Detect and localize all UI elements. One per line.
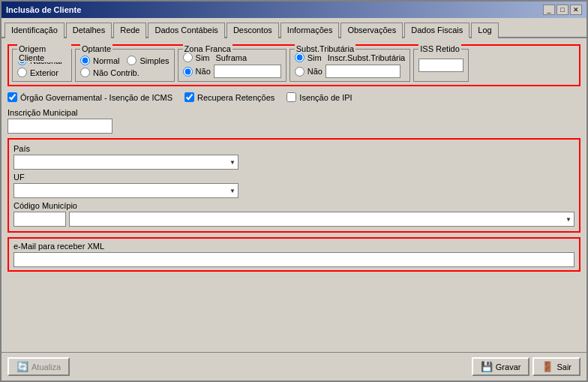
subst-nao-label[interactable]: Não bbox=[308, 67, 322, 76]
orgao-gov-checkbox[interactable] bbox=[8, 92, 17, 102]
email-input[interactable] bbox=[14, 252, 574, 267]
bottom-bar: 🔄 Atualiza 💾 Gravar 🚪 Sair bbox=[2, 352, 586, 380]
top-section: Origem Cliente Nacional Exterior Optante bbox=[8, 44, 580, 86]
checkboxes-row: Órgão Governamental - Isenção de ICMS Re… bbox=[8, 91, 580, 104]
window-controls: _ □ ✕ bbox=[543, 5, 582, 15]
tab-dados-fiscais[interactable]: Dados Fiscais bbox=[404, 23, 470, 38]
gravar-button[interactable]: 💾 Gravar bbox=[472, 357, 530, 376]
subst-tributaria-label: Subst.Tributária bbox=[295, 44, 356, 53]
subst-sim-row: Sim Inscr.Subst.Tributária bbox=[295, 53, 405, 62]
tab-identificacao[interactable]: Identificação bbox=[4, 23, 64, 38]
subst-sim-radio[interactable] bbox=[295, 53, 304, 62]
email-section: e-Mail para receber XML bbox=[8, 237, 580, 272]
optante-naocontrib-radio[interactable] bbox=[80, 68, 90, 77]
municipio-code-input[interactable] bbox=[14, 212, 66, 227]
optante-simples-row: Simples bbox=[127, 56, 169, 65]
iss-input-container bbox=[418, 59, 464, 72]
origem-exterior-label[interactable]: Exterior bbox=[30, 68, 58, 77]
zona-franca-options: Sim Suframa Não bbox=[183, 53, 281, 78]
iss-retido-group: ISS Retido bbox=[413, 49, 469, 82]
recupera-ret-label[interactable]: Recupera Retenções bbox=[197, 93, 274, 102]
zona-sim-row: Sim Suframa bbox=[183, 53, 281, 62]
optante-label: Optante bbox=[80, 44, 112, 53]
municipio-label: Código Município bbox=[14, 201, 574, 210]
optante-simples-label[interactable]: Simples bbox=[140, 56, 169, 65]
pais-select-wrapper bbox=[14, 155, 238, 170]
iss-retido-label: ISS Retido bbox=[418, 44, 461, 53]
recupera-ret-item: Recupera Retenções bbox=[184, 92, 274, 102]
main-window: Inclusão de Cliente _ □ ✕ Identificação … bbox=[0, 0, 588, 382]
title-bar: Inclusão de Cliente _ □ ✕ bbox=[2, 2, 586, 18]
subst-nao-row: Não bbox=[295, 65, 405, 78]
uf-label: UF bbox=[14, 173, 574, 182]
optante-row1: Normal Simples bbox=[80, 56, 170, 65]
optante-normal-label[interactable]: Normal bbox=[93, 56, 119, 65]
zona-nao-label[interactable]: Não bbox=[196, 67, 211, 76]
iss-retido-input[interactable] bbox=[418, 59, 464, 72]
zona-nao-radio[interactable] bbox=[183, 67, 193, 77]
zona-sim-label[interactable]: Sim bbox=[196, 53, 210, 62]
email-label: e-Mail para receber XML bbox=[14, 242, 574, 251]
right-buttons: 💾 Gravar 🚪 Sair bbox=[472, 357, 580, 376]
uf-group: UF bbox=[14, 173, 574, 198]
subst-nao-radio[interactable] bbox=[295, 67, 304, 77]
gravar-label: Gravar bbox=[496, 362, 521, 371]
tab-log[interactable]: Log bbox=[471, 23, 498, 38]
municipio-group: Código Município bbox=[14, 201, 574, 227]
tab-observacoes[interactable]: Observações bbox=[340, 23, 403, 38]
optante-normal-row: Normal bbox=[80, 56, 119, 65]
tab-descontos[interactable]: Descontos bbox=[226, 23, 279, 38]
optante-normal-radio[interactable] bbox=[80, 56, 90, 65]
municipio-name-wrapper bbox=[69, 212, 574, 227]
municipio-name-select[interactable] bbox=[69, 212, 574, 227]
pais-select[interactable] bbox=[14, 155, 238, 170]
origem-exterior-radio[interactable] bbox=[17, 68, 27, 77]
pais-group: País bbox=[14, 144, 574, 170]
subst-options: Sim Inscr.Subst.Tributária Não bbox=[295, 53, 405, 78]
atualiza-label: Atualiza bbox=[32, 362, 61, 371]
optante-simples-radio[interactable] bbox=[127, 56, 136, 65]
save-icon: 💾 bbox=[481, 361, 493, 372]
inscr-subst-input[interactable] bbox=[326, 65, 400, 78]
maximize-button[interactable]: □ bbox=[556, 5, 568, 15]
exit-icon: 🚪 bbox=[542, 361, 554, 372]
zona-sim-radio[interactable] bbox=[183, 53, 193, 62]
optante-naocontrib-row: Não Contrib. bbox=[80, 68, 170, 77]
uf-select[interactable] bbox=[14, 183, 238, 198]
isencao-ipi-item: Isenção de IPI bbox=[286, 92, 352, 102]
pais-label: País bbox=[14, 144, 574, 153]
zona-franca-label: Zona Franca bbox=[183, 44, 232, 53]
orgao-gov-label[interactable]: Órgão Governamental - Isenção de ICMS bbox=[20, 93, 172, 102]
inscr-subst-label: Inscr.Subst.Tributária bbox=[328, 53, 406, 62]
optante-naocontrib-label[interactable]: Não Contrib. bbox=[93, 68, 140, 77]
tab-dados-contabeis[interactable]: Dados Contábeis bbox=[148, 23, 224, 38]
sair-label: Sair bbox=[556, 362, 572, 371]
minimize-button[interactable]: _ bbox=[543, 5, 555, 15]
subst-sim-label[interactable]: Sim bbox=[308, 53, 322, 62]
inscricao-municipal-input[interactable] bbox=[8, 119, 112, 134]
recupera-ret-checkbox[interactable] bbox=[184, 92, 194, 102]
middle-section: País UF Código Município bbox=[8, 138, 580, 233]
isencao-ipi-checkbox[interactable] bbox=[286, 92, 296, 102]
optante-group: Optante Normal Simples bbox=[75, 49, 175, 82]
origem-cliente-group: Origem Cliente Nacional Exterior bbox=[12, 49, 72, 82]
subst-tributaria-group: Subst.Tributária Sim Inscr.Subst.Tributá… bbox=[290, 49, 410, 82]
close-button[interactable]: ✕ bbox=[570, 5, 582, 15]
uf-select-wrapper bbox=[14, 183, 238, 198]
tab-informacoes[interactable]: Informações bbox=[280, 23, 340, 38]
orgao-gov-item: Órgão Governamental - Isenção de ICMS bbox=[8, 92, 172, 102]
origem-cliente-label: Origem Cliente bbox=[17, 44, 71, 62]
zona-suframa-input[interactable] bbox=[214, 65, 281, 78]
sair-button[interactable]: 🚪 Sair bbox=[532, 357, 580, 376]
origem-exterior-row: Exterior bbox=[17, 68, 67, 77]
inscricao-municipal-group: Inscrição Municipal bbox=[8, 108, 580, 134]
refresh-icon: 🔄 bbox=[16, 361, 28, 372]
municipio-inputs bbox=[14, 212, 574, 227]
window-title: Inclusão de Cliente bbox=[6, 5, 81, 14]
tab-bar: Identificação Detalhes Rede Dados Contáb… bbox=[2, 18, 586, 38]
tab-rede[interactable]: Rede bbox=[113, 23, 146, 38]
isencao-ipi-label[interactable]: Isenção de IPI bbox=[299, 93, 352, 102]
main-content: Origem Cliente Nacional Exterior Optante bbox=[2, 38, 586, 352]
atualiza-button[interactable]: 🔄 Atualiza bbox=[8, 357, 70, 376]
tab-detalhes[interactable]: Detalhes bbox=[66, 23, 112, 38]
